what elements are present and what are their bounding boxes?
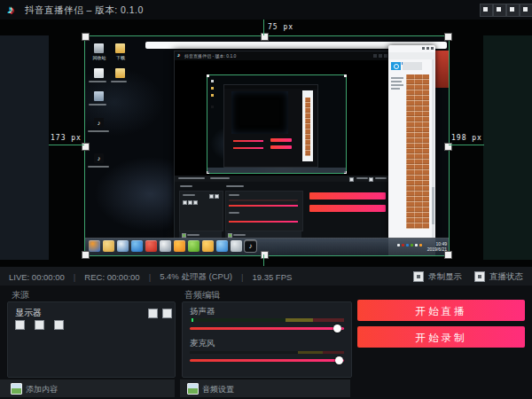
nested-square-button bbox=[183, 200, 187, 205]
taskbar-icon-search-tool bbox=[231, 240, 242, 252]
audio-settings-label: 音频设置 bbox=[202, 384, 234, 395]
nested-slider bbox=[229, 221, 298, 223]
app-window: ♪ 抖音直播伴侣 – 版本: 0.1.0 75 px 173 px 198 px… bbox=[0, 0, 532, 399]
status-toggles: 录制显示 直播状态 bbox=[413, 267, 523, 286]
nested-level2-titlebar bbox=[224, 85, 317, 89]
nested-toggle-blur bbox=[375, 177, 387, 179]
nested-window-control bbox=[373, 54, 377, 58]
nested-level2-preview bbox=[231, 91, 288, 134]
douyin-shortcut-icon: ♪ bbox=[94, 153, 104, 163]
square-icon bbox=[510, 7, 514, 12]
close-glyph bbox=[431, 47, 434, 50]
nested-window-control bbox=[379, 54, 382, 58]
douyin-note-icon: ♪ bbox=[8, 3, 14, 17]
monitor-icon bbox=[413, 271, 424, 282]
audio-settings-row[interactable]: 音频设置 bbox=[180, 379, 350, 397]
pgadmin-icon bbox=[94, 91, 104, 101]
nested-level2-window bbox=[223, 84, 318, 168]
speaker-volume-slider[interactable] bbox=[190, 327, 344, 330]
canvas-right-band bbox=[483, 35, 532, 260]
mini-start-live-button bbox=[270, 138, 292, 142]
source-tool-button-3[interactable] bbox=[54, 320, 64, 330]
source-selection[interactable]: 回收站 下载 ♪ ♪ bbox=[84, 35, 450, 256]
minimize-glyph bbox=[422, 47, 425, 50]
window-control-3-button[interactable] bbox=[506, 4, 520, 17]
text-line-blur bbox=[391, 88, 400, 90]
mic-volume-slider[interactable] bbox=[190, 359, 344, 362]
brick-wallpaper-image bbox=[406, 74, 429, 229]
measure-line-top bbox=[263, 20, 264, 35]
measure-label-top: 75 px bbox=[268, 23, 293, 31]
window-control-1-button[interactable] bbox=[480, 4, 493, 17]
magnifier-icon bbox=[394, 64, 399, 69]
downloads-label: 下载 bbox=[109, 55, 132, 60]
taskbar-icon-green-app bbox=[188, 240, 200, 252]
resize-handle-bottom-center[interactable] bbox=[261, 251, 269, 259]
tray-icon bbox=[411, 244, 413, 246]
nested-app-title: 抖音直播伴侣 - 版本: 0.1.0 bbox=[184, 53, 236, 59]
window-control-2-button[interactable] bbox=[493, 4, 506, 17]
captured-browser-window bbox=[388, 45, 435, 255]
taskbar-icon-douyin: ♪ bbox=[245, 240, 256, 252]
nested-square-button bbox=[188, 200, 192, 205]
start-record-button[interactable]: 开始录制 bbox=[357, 326, 525, 348]
nested-square-button bbox=[215, 194, 219, 199]
mini-brick-image bbox=[305, 98, 310, 156]
document-icon bbox=[94, 68, 104, 78]
nested-start-live-button bbox=[309, 192, 386, 200]
tray-icon bbox=[419, 244, 422, 246]
resize-handle-bottom-left[interactable] bbox=[82, 251, 90, 259]
taskbar-icon-photo-viewer bbox=[160, 240, 171, 252]
nested-source-selection bbox=[207, 74, 347, 174]
taskbar-icon-360-safety bbox=[174, 240, 185, 252]
add-content-row[interactable]: 添加内容 bbox=[0, 379, 175, 397]
nested-toggle-blur bbox=[356, 177, 368, 179]
douyin-shortcut-icon: ♪ bbox=[94, 118, 104, 128]
source-tool-button-2[interactable] bbox=[35, 320, 44, 330]
record-view-toggle[interactable]: 录制显示 bbox=[413, 271, 462, 283]
source-lock-button[interactable] bbox=[162, 309, 172, 318]
nested-status-text-blur bbox=[178, 177, 205, 179]
live-status-label: 直播状态 bbox=[489, 271, 523, 283]
recycle-bin-icon bbox=[94, 43, 104, 53]
tray-icon bbox=[397, 244, 400, 246]
start-live-button[interactable]: 开始直播 bbox=[357, 300, 525, 321]
live-timer: LIVE: 00:00:00 bbox=[9, 272, 65, 282]
mic-volume-knob[interactable] bbox=[335, 356, 343, 364]
title-bar[interactable]: ♪ 抖音直播伴侣 – 版本: 0.1.0 bbox=[0, 0, 532, 20]
resize-handle-bottom-right[interactable] bbox=[444, 251, 452, 259]
system-tray bbox=[397, 244, 422, 246]
mini-desktop-icon bbox=[211, 87, 214, 90]
bottom-panels: 来源 显示器 添加内容 音频编辑 扬声器 麦克风 bbox=[0, 286, 532, 399]
measure-line-left bbox=[49, 145, 84, 145]
nested-text-blur bbox=[233, 234, 246, 236]
resize-handle-top-right[interactable] bbox=[444, 33, 452, 41]
status-bar: LIVE: 00:00:00 | REC: 00:00:00 | 5.4% 处理… bbox=[0, 266, 532, 286]
tray-icon bbox=[406, 244, 409, 246]
speaker-label: 扬声器 bbox=[190, 306, 215, 317]
source-item-display[interactable]: 显示器 bbox=[15, 307, 42, 319]
nested-text-blur bbox=[187, 234, 200, 236]
source-visibility-button[interactable] bbox=[148, 309, 158, 318]
nested-square-button bbox=[193, 200, 198, 205]
rec-timer: REC: 00:00:00 bbox=[84, 272, 139, 282]
window-control-4-button[interactable] bbox=[520, 4, 532, 17]
nested-preview-canvas bbox=[175, 60, 389, 176]
nested-title-bar: ♪ 抖音直播伴侣 - 版本: 0.1.0 bbox=[175, 51, 389, 60]
resize-handle-top-center[interactable] bbox=[261, 33, 269, 41]
live-status-toggle[interactable]: 直播状态 bbox=[474, 271, 523, 283]
nested-app-window: ♪ 抖音直播伴侣 - 版本: 0.1.0 bbox=[174, 51, 390, 242]
mini-taskbar bbox=[207, 168, 346, 173]
measure-label-right: 198 px bbox=[451, 134, 482, 142]
taskbar-icon-ie-browser bbox=[131, 240, 143, 252]
folder-icon bbox=[115, 68, 125, 78]
resize-handle-top-left[interactable] bbox=[82, 33, 90, 41]
douyin-note-icon: ♪ bbox=[177, 52, 180, 58]
source-tool-button-1[interactable] bbox=[15, 320, 25, 330]
icon-label-blur bbox=[89, 104, 106, 106]
preview-canvas[interactable]: 75 px 173 px 198 px 回收站 下载 ♪ bbox=[0, 20, 532, 266]
mini-white-window bbox=[302, 90, 313, 161]
nested-header-blur bbox=[226, 185, 244, 187]
browser-toolbar bbox=[388, 52, 435, 59]
speaker-volume-knob[interactable] bbox=[333, 325, 341, 332]
